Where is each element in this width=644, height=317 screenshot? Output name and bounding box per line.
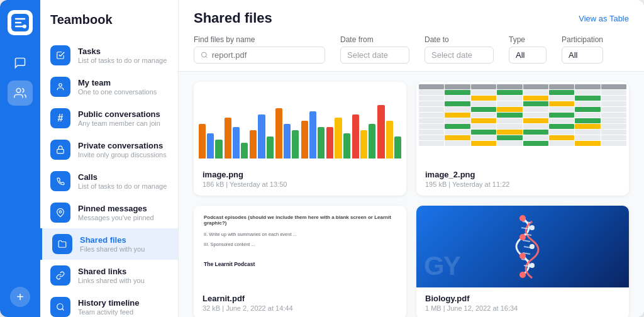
shared-links-title: Shared links [78,267,145,276]
svg-line-14 [521,259,529,260]
search-icon [201,51,208,59]
private-conv-title: Private conversations [78,141,167,150]
file-info-image-png: image.png 186 kB | Yesterday at 13:50 [194,164,406,196]
file-size-biology-pdf: 1 MB [425,304,441,312]
sidebar-item-pinned-messages[interactable]: Pinned messages Messages you've pinned [40,197,178,228]
rail-chat-icon[interactable] [8,50,33,75]
file-card-image-png[interactable]: image.png 186 kB | Yesterday at 13:50 [194,82,406,196]
app-logo[interactable] [8,10,33,35]
date-to-select[interactable]: Select date [425,47,494,64]
rail-add-button[interactable]: + [10,287,30,307]
file-size-image-2-png: 195 kB [425,181,447,188]
shared-links-text: Shared links Links shared with you [78,267,145,284]
file-thumb-image-png [194,82,406,164]
bio-thumb: GY [416,206,629,287]
sidebar-item-shared-files[interactable]: Shared files Files shared with you [40,228,178,260]
file-thumb-biology-pdf: GY [416,206,629,287]
sidebar-item-public-conversations[interactable]: # Public conversations Any team member c… [40,103,178,134]
public-conv-subtitle: Any team member can join [78,120,160,127]
files-area: image.png 186 kB | Yesterday at 13:50 [179,72,644,317]
type-select[interactable]: All [509,47,547,64]
private-conv-icon [50,140,70,160]
calls-text: Calls List of tasks to do or manage [78,172,167,190]
date-to-value: Select date [431,50,472,60]
tasks-text: Tasks List of tasks to do or manage [78,47,167,64]
svg-point-20 [530,225,535,230]
file-card-learnit-pdf[interactable]: Podcast episodes (should we include them… [194,206,406,317]
svg-point-21 [530,244,535,249]
history-subtitle: Team activity feed [78,308,140,316]
type-value: All [516,50,525,60]
public-conv-title: Public conversations [78,109,160,119]
my-team-icon [50,77,70,97]
public-conv-icon: # [50,108,70,128]
sidebar: Teambook Tasks List of tasks to do or ma… [40,0,179,317]
calls-icon [50,171,70,191]
files-grid: image.png 186 kB | Yesterday at 13:50 [194,82,629,317]
file-date-biology-pdf: June 12, 2022 at 16:34 [447,304,518,312]
svg-point-16 [519,215,526,221]
icon-rail: + [0,0,40,317]
svg-point-3 [59,84,62,87]
file-thumb-image-2-png [416,82,629,164]
header-top: Shared files View as Table [194,10,629,26]
svg-line-11 [523,240,530,242]
calls-title: Calls [78,172,167,182]
svg-point-1 [23,25,26,28]
file-info-image-2-png: image_2.png 195 kB | Yesterday at 11:22 [416,164,629,196]
private-conv-text: Private conversations Invite only group … [78,141,167,158]
file-card-biology-pdf[interactable]: GY [416,206,629,317]
svg-line-9 [521,228,529,229]
sidebar-item-calls[interactable]: Calls List of tasks to do or manage [40,165,178,197]
filter-date-from: Date from Select date [340,35,409,64]
participation-select[interactable]: All [562,47,603,64]
file-meta-image-2-png: 195 kB | Yesterday at 11:22 [425,181,620,188]
date-from-label: Date from [340,35,409,44]
file-card-image-2-png[interactable]: image_2.png 195 kB | Yesterday at 11:22 [416,82,629,196]
file-size-learnit-pdf: 32 kB [203,304,220,312]
sidebar-item-private-conversations[interactable]: Private conversations Invite only group … [40,134,178,165]
my-team-text: My team One to one conversations [78,78,157,96]
svg-point-2 [16,89,21,93]
find-files-input[interactable] [212,50,318,60]
find-files-label: Find files by name [194,35,325,44]
view-as-table-link[interactable]: View as Table [579,14,629,23]
history-icon [50,297,70,317]
file-size-image-png: 186 kB [203,181,224,188]
pinned-subtitle: Messages you've pinned [78,214,154,221]
shared-files-text: Shared files Files shared with you [80,235,145,253]
tasks-title: Tasks [78,47,167,56]
svg-line-8 [523,221,530,223]
sheet-thumb [416,82,629,164]
date-from-select[interactable]: Select date [340,47,409,64]
rail-contacts-icon[interactable] [8,81,33,106]
file-meta-biology-pdf: 1 MB | June 12, 2022 at 16:34 [425,304,620,312]
public-conv-text: Public conversations Any team member can… [78,109,160,127]
file-name-learnit-pdf: Learnit.pdf [203,294,397,303]
chart-thumb [194,82,406,164]
sidebar-item-tasks[interactable]: Tasks List of tasks to do or manage [40,40,178,71]
date-from-value: Select date [347,50,388,60]
history-text: History timeline Team activity feed [78,298,140,316]
main-content: Shared files View as Table Find files by… [179,0,644,317]
filter-row: Find files by name Date from Select date… [194,35,629,64]
page-title: Shared files [194,10,272,26]
participation-label: Participation [562,35,603,44]
history-title: History timeline [78,298,140,308]
file-meta-learnit-pdf: 32 kB | June 2, 2022 at 14:44 [203,304,397,312]
shared-files-icon [52,234,72,254]
svg-point-19 [519,272,526,278]
my-team-subtitle: One to one conversations [78,88,157,96]
filter-participation: Participation All [562,35,603,64]
shared-links-icon [50,265,70,286]
find-files-input-wrap[interactable] [194,47,325,64]
pdf-thumb: Podcast episodes (should we include them… [194,206,406,287]
sidebar-item-shared-links[interactable]: Shared links Links shared with you [40,260,178,291]
dna-svg [485,212,560,281]
sidebar-item-my-team[interactable]: My team One to one conversations [40,71,178,103]
file-name-image-2-png: image_2.png [425,170,620,179]
filter-find-files: Find files by name [194,35,325,64]
sidebar-item-history[interactable]: History timeline Team activity feed [40,291,178,317]
file-info-learnit-pdf: Learnit.pdf 32 kB | June 2, 2022 at 14:4… [194,287,406,317]
svg-point-22 [530,263,535,268]
